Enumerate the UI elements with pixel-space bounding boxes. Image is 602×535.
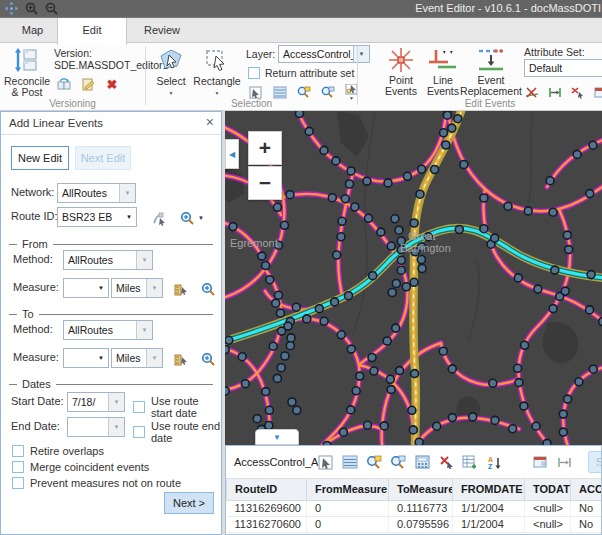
event-point[interactable] (410, 278, 418, 286)
event-point[interactable] (272, 299, 280, 307)
measure-range-icon[interactable] (552, 453, 576, 471)
from-unit-combobox[interactable]: Miles▼ (111, 278, 163, 298)
event-point[interactable] (439, 347, 447, 355)
table-cell[interactable]: No (571, 516, 602, 532)
to-measure-picker-icon[interactable] (169, 351, 193, 369)
event-form-icon[interactable] (593, 83, 602, 101)
table-options-icon[interactable] (338, 453, 362, 471)
event-point[interactable] (241, 380, 249, 388)
event-point[interactable] (504, 202, 512, 210)
event-point[interactable] (455, 226, 463, 234)
event-point[interactable] (415, 438, 423, 445)
event-point[interactable] (589, 141, 597, 149)
event-point[interactable] (295, 111, 303, 118)
event-point[interactable] (402, 283, 410, 291)
from-measure-combobox[interactable]: ▼ (63, 278, 109, 298)
event-point[interactable] (387, 242, 395, 250)
event-point[interactable] (337, 331, 345, 339)
event-point[interactable] (363, 177, 371, 185)
event-point[interactable] (559, 428, 567, 436)
network-combobox[interactable]: AllRoutes▼ (57, 183, 136, 203)
column-header-todate[interactable]: TODATE (525, 479, 571, 500)
delete-selected-icon[interactable] (434, 453, 458, 471)
layer-dropdown-arrow[interactable]: ▼ (353, 46, 369, 62)
event-point[interactable] (392, 280, 400, 288)
event-point[interactable] (286, 342, 294, 350)
event-point[interactable] (388, 289, 396, 297)
column-header-fromdate[interactable]: FROMDATE (453, 479, 525, 500)
event-point[interactable] (266, 276, 274, 284)
event-point[interactable] (315, 305, 323, 313)
event-point[interactable] (397, 256, 405, 264)
table-cell[interactable]: 11316270600 (227, 516, 307, 532)
form-view-icon[interactable] (528, 453, 552, 471)
event-point[interactable] (524, 207, 532, 215)
table-row[interactable]: 1131627060000.07955961/1/2004<null>No (227, 516, 602, 532)
zoom-out-tool-icon[interactable] (45, 2, 58, 15)
event-point[interactable] (292, 303, 300, 311)
event-point[interactable] (392, 324, 400, 332)
event-point[interactable] (575, 378, 583, 386)
event-point[interactable] (370, 367, 378, 375)
route-id-dropdown-arrow[interactable]: ▼ (122, 208, 136, 226)
event-point[interactable] (287, 334, 295, 342)
event-point[interactable] (454, 115, 462, 123)
event-point[interactable] (549, 208, 557, 216)
event-point[interactable] (380, 422, 388, 430)
event-point[interactable] (347, 406, 355, 414)
collapse-panel-left-button[interactable]: ◀ (225, 139, 239, 169)
event-point[interactable] (409, 426, 417, 434)
event-point[interactable] (273, 203, 281, 211)
event-point[interactable] (397, 266, 405, 274)
event-point[interactable] (229, 223, 237, 231)
event-point[interactable] (418, 265, 426, 273)
event-point[interactable] (341, 195, 349, 203)
to-measure-combobox[interactable]: ▼ (63, 348, 109, 368)
event-point[interactable] (284, 322, 292, 330)
save-button[interactable]: Save (588, 451, 602, 473)
event-point[interactable] (480, 194, 488, 202)
event-point[interactable] (331, 298, 339, 306)
event-point[interactable] (328, 194, 336, 202)
event-point[interactable] (288, 398, 296, 406)
column-header-routeid[interactable]: RouteID (227, 479, 307, 500)
event-point[interactable] (225, 387, 229, 395)
tab-map[interactable]: Map (8, 18, 57, 44)
event-point[interactable] (448, 414, 456, 422)
event-point[interactable] (225, 336, 233, 344)
rectangle-button[interactable]: Rectangle ▼ (194, 45, 240, 105)
event-point[interactable] (411, 370, 419, 378)
event-point[interactable] (258, 252, 266, 260)
event-point[interactable] (546, 177, 554, 185)
event-point[interactable] (587, 271, 595, 279)
event-point[interactable] (364, 421, 372, 429)
use-route-start-checkbox[interactable] (133, 401, 145, 413)
event-point[interactable] (320, 317, 328, 325)
event-point[interactable] (514, 274, 522, 282)
event-point[interactable] (491, 234, 499, 242)
event-point[interactable] (448, 124, 456, 132)
table-cell[interactable]: 1/1/2004 (453, 516, 525, 532)
event-point[interactable] (491, 416, 499, 424)
event-point[interactable] (333, 251, 341, 259)
event-point[interactable] (346, 180, 354, 188)
select-route-on-map-icon[interactable] (147, 210, 171, 228)
next-edit-button[interactable]: Next Edit (75, 146, 131, 170)
event-point[interactable] (391, 215, 399, 223)
event-point[interactable] (509, 425, 517, 433)
event-point[interactable] (440, 129, 448, 137)
select-button[interactable]: Select ▼ (152, 45, 190, 105)
event-point[interactable] (563, 231, 571, 239)
event-point[interactable] (403, 172, 411, 180)
table-cell[interactable]: 0 (307, 500, 389, 516)
event-point[interactable] (565, 246, 573, 254)
event-point[interactable] (416, 190, 424, 198)
table-cell[interactable]: <null> (525, 516, 571, 532)
event-point[interactable] (418, 165, 426, 173)
prevent-measures-checkbox[interactable] (12, 477, 24, 489)
event-point[interactable] (564, 395, 572, 403)
table-row[interactable]: 1131626960000.11167731/1/2004<null>No (227, 500, 602, 516)
merge-coincident-checkbox[interactable] (12, 461, 24, 473)
select-events-icon[interactable] (314, 453, 338, 471)
event-point[interactable] (305, 127, 313, 135)
